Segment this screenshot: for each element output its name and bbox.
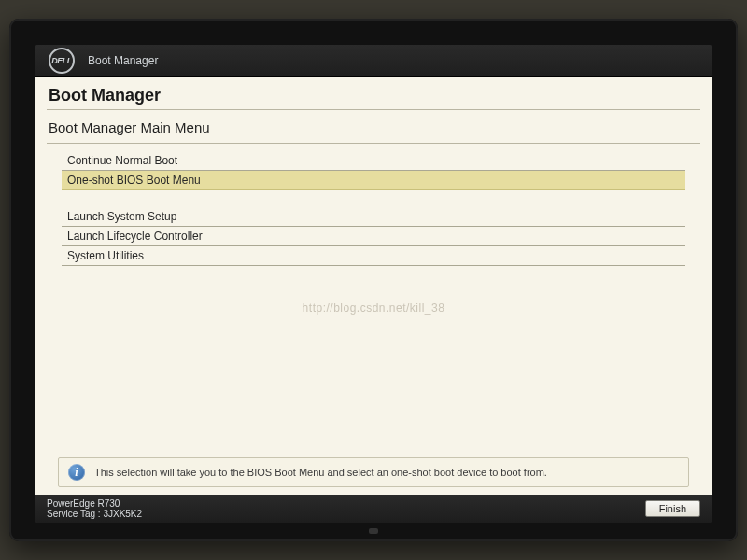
footer-model: PowerEdge R730	[47, 498, 142, 509]
menu-item-launch-system-setup[interactable]: Launch System Setup	[62, 207, 685, 227]
menu-item-system-utilities[interactable]: System Utilities	[62, 246, 685, 266]
menu-area: Continue Normal Boot One-shot BIOS Boot …	[47, 143, 700, 457]
footer-left: PowerEdge R730 Service Tag : 3JXK5K2	[47, 498, 142, 519]
page-subtitle: Boot Manager Main Menu	[47, 109, 700, 143]
info-icon: i	[68, 464, 85, 481]
menu-item-one-shot-bios[interactable]: One-shot BIOS Boot Menu	[62, 171, 685, 190]
footer-bar: PowerEdge R730 Service Tag : 3JXK5K2 Fin…	[35, 495, 712, 523]
monitor-bezel: DELL Boot Manager Boot Manager Boot Mana…	[9, 19, 738, 541]
help-panel: i This selection will take you to the BI…	[58, 457, 689, 487]
menu-item-continue-normal-boot[interactable]: Continue Normal Boot	[62, 151, 685, 171]
footer-service-tag: Service Tag : 3JXK5K2	[47, 509, 142, 519]
menu-group-1: Continue Normal Boot One-shot BIOS Boot …	[62, 151, 685, 190]
dell-logo-icon: DELL	[49, 48, 75, 74]
titlebar: DELL Boot Manager	[35, 45, 712, 77]
menu-item-launch-lifecycle-controller[interactable]: Launch Lifecycle Controller	[62, 227, 685, 246]
help-text: This selection will take you to the BIOS…	[94, 467, 547, 478]
titlebar-title: Boot Manager	[88, 54, 158, 67]
menu-group-2: Launch System Setup Launch Lifecycle Con…	[62, 207, 685, 266]
page-title: Boot Manager	[47, 82, 700, 109]
content-area: Boot Manager Boot Manager Main Menu Cont…	[35, 77, 712, 495]
screen: DELL Boot Manager Boot Manager Boot Mana…	[35, 45, 712, 523]
finish-button[interactable]: Finish	[645, 500, 700, 517]
bezel-led	[369, 528, 378, 534]
